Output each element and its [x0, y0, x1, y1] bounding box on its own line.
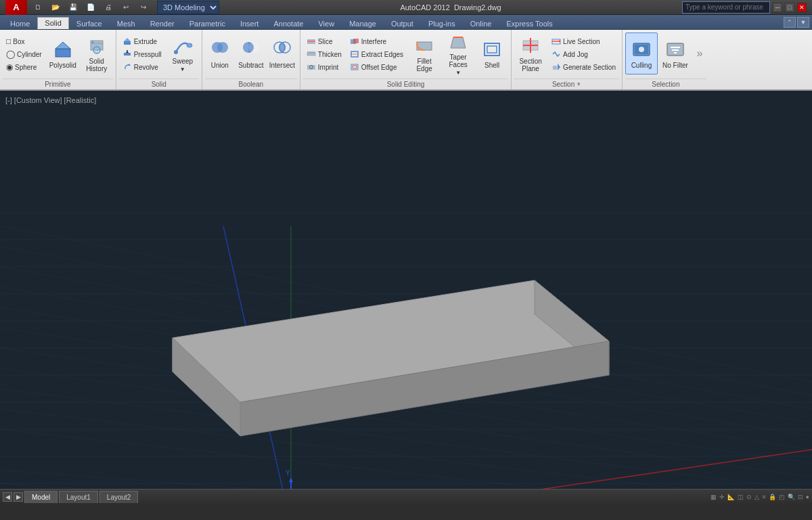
tab-annotate[interactable]: Annotate: [266, 17, 311, 29]
save-button[interactable]: 💾: [66, 1, 80, 14]
status-icon-11[interactable]: ⊡: [798, 494, 803, 500]
tab-render[interactable]: Render: [143, 17, 182, 29]
status-icon-10[interactable]: 🔍: [788, 494, 795, 500]
search-input[interactable]: [682, 1, 770, 14]
new-button[interactable]: 🗋: [31, 1, 45, 14]
saveas-button[interactable]: 📄: [84, 1, 97, 14]
ribbon: □ Box ◯ Cylinder ◉ Sphere: [0, 30, 812, 91]
tab-view[interactable]: View: [311, 17, 342, 29]
minimize-button[interactable]: ─: [773, 3, 782, 12]
viewport-label: [-] [Custom View] [Realistic]: [5, 96, 96, 104]
workspace-selector[interactable]: 3D Modeling3D Modeling: [157, 1, 219, 14]
svg-rect-24: [307, 51, 315, 53]
viewport[interactable]: [-] [Custom View] [Realistic]: [0, 91, 812, 489]
tab-plugins[interactable]: Plug-ins: [421, 17, 463, 29]
more-button[interactable]: »: [693, 32, 706, 74]
layout2-tab[interactable]: Layout2: [99, 491, 139, 503]
slice-button[interactable]: Slice: [303, 35, 345, 47]
status-icon-8[interactable]: 🔒: [769, 494, 776, 500]
union-button[interactable]: Union: [205, 32, 235, 74]
box-button[interactable]: □ Box: [3, 35, 45, 47]
solidhistory-button[interactable]: ↺ Solid History: [81, 32, 113, 74]
undo-button[interactable]: ↩: [119, 1, 133, 14]
cylinder-button[interactable]: ◯ Cylinder: [3, 48, 45, 60]
tab-home[interactable]: Home: [3, 17, 37, 29]
status-icon-5[interactable]: ⊙: [746, 494, 752, 500]
print-button[interactable]: 🖨: [102, 1, 115, 14]
tab-online[interactable]: Online: [463, 17, 499, 29]
prev-tab-button[interactable]: ◀: [3, 492, 12, 502]
revolve-button[interactable]: Revolve: [119, 61, 165, 73]
nofilter-button[interactable]: No Filter: [659, 32, 692, 74]
primitive-label: Primitive: [3, 79, 113, 89]
sectionplane-button[interactable]: Section Plane: [514, 32, 547, 74]
tab-parametric[interactable]: Parametric: [182, 17, 233, 29]
addjog-button[interactable]: Add Jog: [548, 48, 619, 60]
status-icon-1[interactable]: ▦: [710, 494, 717, 500]
svg-marker-1: [55, 42, 70, 49]
model-tab[interactable]: Model: [24, 491, 58, 503]
svg-text:↺: ↺: [95, 49, 99, 53]
status-icon-9[interactable]: ◰: [779, 494, 785, 500]
presspull-button[interactable]: Presspull: [119, 48, 165, 60]
app-button[interactable]: A: [5, 0, 27, 15]
tab-output[interactable]: Output: [384, 17, 421, 29]
redo-button[interactable]: ↪: [137, 1, 150, 14]
svg-rect-7: [124, 41, 131, 45]
status-icon-3[interactable]: 📐: [727, 494, 735, 500]
extractedges-button[interactable]: Extract Edges: [346, 48, 407, 60]
svg-marker-34: [451, 37, 466, 48]
y-axis-label: Y: [286, 469, 290, 477]
tab-mesh[interactable]: Mesh: [110, 17, 143, 29]
tab-insert[interactable]: Insert: [233, 17, 267, 29]
layout1-tab[interactable]: Layout1: [59, 491, 98, 503]
svg-rect-9: [124, 53, 131, 56]
boolean-label: Boolean: [205, 79, 297, 89]
imprint-button[interactable]: Imprint: [303, 61, 345, 73]
sphere-button[interactable]: ◉ Sphere: [3, 61, 45, 73]
next-tab-button[interactable]: ▶: [14, 492, 23, 502]
svg-rect-44: [553, 66, 557, 70]
polysolid-button[interactable]: Polysolid: [47, 32, 79, 74]
svg-rect-23: [307, 53, 315, 56]
status-icon-7[interactable]: ≡: [762, 494, 765, 500]
tab-expresstools[interactable]: Express Tools: [499, 17, 560, 29]
svg-rect-0: [55, 49, 70, 57]
extrude-button[interactable]: Extrude: [119, 35, 165, 47]
title-bar: A 🗋 📂 💾 📄 🖨 ↩ ↪ 3D Modeling3D Modeling A…: [0, 0, 812, 15]
close-button[interactable]: ✕: [797, 3, 807, 12]
offsetedge-button[interactable]: Offset Edge: [346, 61, 407, 73]
svg-marker-8: [124, 38, 131, 41]
filletedge-button[interactable]: Fillet Edge: [408, 32, 441, 74]
status-icon-6[interactable]: △: [754, 494, 759, 500]
ribbon-group-selection: Culling No Filter » Selection: [623, 30, 709, 89]
maximize-button[interactable]: □: [785, 3, 794, 12]
status-icon-4[interactable]: ◫: [738, 494, 744, 500]
svg-point-16: [217, 42, 228, 53]
svg-rect-28: [353, 39, 359, 43]
taperfaces-button[interactable]: Taper Faces ▼: [442, 32, 474, 74]
solidediting-label: Solid Editing: [303, 79, 508, 89]
generatesection-button[interactable]: Generate Section: [548, 61, 619, 73]
status-icon-12[interactable]: ●: [806, 494, 809, 500]
section-expand[interactable]: ▼: [576, 81, 581, 87]
culling-button[interactable]: Culling: [625, 32, 658, 74]
intersect-button[interactable]: Intersect: [267, 32, 297, 74]
tab-solid[interactable]: Solid: [37, 17, 68, 29]
ribbon-group-solid: Extrude Presspull Revolve: [116, 30, 202, 89]
svg-point-14: [187, 43, 192, 47]
interfere-button[interactable]: Interfere: [346, 35, 407, 47]
ribbon-options[interactable]: ▼: [797, 17, 809, 28]
tab-surface[interactable]: Surface: [69, 17, 110, 29]
status-icon-2[interactable]: ✛: [719, 494, 725, 500]
subtract-button[interactable]: Subtract: [236, 32, 266, 74]
svg-point-4: [91, 41, 93, 43]
sweep-button[interactable]: Sweep ▼: [166, 32, 199, 74]
open-button[interactable]: 📂: [49, 1, 62, 14]
shell-button[interactable]: Shell: [476, 32, 508, 74]
ribbon-toggle[interactable]: ⌃: [784, 17, 796, 28]
tab-manage[interactable]: Manage: [342, 17, 384, 29]
menu-tabs: Home Solid Surface Mesh Render Parametri…: [0, 15, 812, 30]
thicken-button[interactable]: Thicken: [303, 48, 345, 60]
livesection-button[interactable]: Live Section: [548, 35, 619, 47]
